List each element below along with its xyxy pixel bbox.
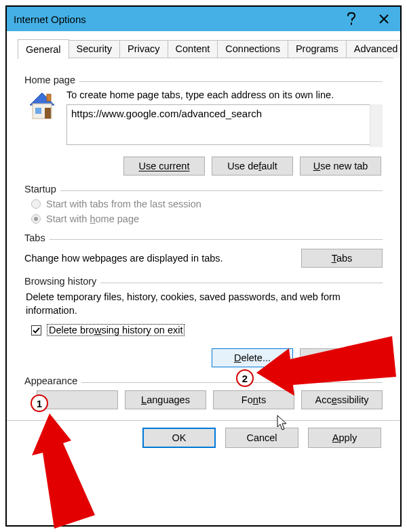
use-current-button[interactable]: Use current: [123, 157, 205, 176]
group-legend-browsing-history: Browsing history: [24, 276, 96, 287]
fonts-button[interactable]: Fonts: [213, 390, 294, 409]
colors-button[interactable]: [37, 390, 118, 409]
tab-label: Content: [176, 43, 210, 54]
tab-label: Security: [77, 43, 112, 54]
tab-programs[interactable]: Programs: [288, 40, 347, 58]
tab-label: Privacy: [128, 43, 160, 54]
home-icon: [24, 87, 60, 123]
titlebar: Internet Options: [7, 7, 400, 31]
accessibility-button[interactable]: Accessibility: [301, 390, 383, 409]
help-button[interactable]: [335, 7, 368, 31]
group-browsing-history: Browsing history Delete temporary files,…: [24, 276, 383, 367]
tabs-help-text: Change how webpages are displayed in tab…: [24, 253, 296, 264]
svg-rect-2: [45, 108, 51, 119]
button-label: Use default: [227, 161, 277, 171]
callout-number: 2: [242, 373, 248, 384]
tab-connections[interactable]: Connections: [217, 40, 288, 58]
group-tabs: Tabs Change how webpages are displayed i…: [24, 232, 383, 268]
callout-number: 1: [37, 398, 42, 409]
tabs-button[interactable]: Tabs: [301, 249, 383, 268]
scroll-up-icon[interactable]: [373, 108, 380, 115]
annotation-callout-2: 2: [236, 369, 254, 387]
button-label: Apply: [332, 432, 357, 443]
button-label: Settings: [323, 352, 358, 363]
cursor-icon: [277, 415, 289, 431]
button-label: Use current: [139, 161, 190, 171]
group-homepage: Home page To create home page tabs, type…: [24, 75, 383, 176]
group-appearance: Appearance Languages Fonts Accessibility: [24, 375, 383, 409]
delete-on-exit-label: Delete browsing history on exit: [47, 324, 185, 336]
delete-on-exit-checkbox[interactable]: [31, 325, 41, 335]
button-label: OK: [172, 432, 187, 443]
group-startup: Startup Start with tabs from the last se…: [24, 184, 383, 224]
delete-button[interactable]: Delete...: [212, 348, 293, 367]
homepage-url-input[interactable]: https://www.google.com/advanced_search: [66, 104, 383, 145]
browsing-history-help: Delete temporary files, history, cookies…: [26, 291, 381, 317]
ok-button[interactable]: OK: [142, 428, 216, 448]
svg-rect-3: [35, 108, 41, 114]
annotation-callout-1: 1: [31, 394, 48, 412]
radio-start-with-home: Start with home page: [31, 213, 383, 224]
tab-advanced[interactable]: Advanced: [346, 40, 402, 58]
button-label: Languages: [141, 394, 190, 405]
button-label: Tabs: [332, 253, 353, 264]
button-label: Accessibility: [315, 394, 369, 405]
window-title: Internet Options: [14, 14, 335, 25]
radio-icon: [31, 214, 41, 224]
tab-label: General: [26, 44, 61, 55]
tab-general[interactable]: General: [18, 39, 69, 59]
use-default-button[interactable]: Use default: [212, 157, 293, 176]
tab-label: Programs: [296, 43, 338, 54]
group-legend-homepage: Home page: [24, 75, 75, 85]
radio-label: Start with tabs from the last session: [46, 199, 201, 209]
svg-rect-4: [47, 94, 51, 101]
apply-button[interactable]: Apply: [308, 428, 381, 448]
group-legend-appearance: Appearance: [24, 375, 77, 386]
button-label: Fonts: [241, 394, 266, 405]
button-label: Delete...: [234, 352, 271, 363]
scroll-down-icon[interactable]: [373, 137, 380, 144]
tab-privacy[interactable]: Privacy: [119, 40, 168, 58]
radio-start-with-tabs: Start with tabs from the last session: [31, 199, 383, 209]
languages-button[interactable]: Languages: [125, 390, 206, 409]
button-label: Cancel: [246, 432, 277, 443]
tab-label: Connections: [225, 43, 280, 54]
close-button[interactable]: [368, 7, 400, 31]
tab-content[interactable]: Content: [168, 40, 218, 58]
button-label: Use new tab: [313, 161, 368, 171]
radio-label: Start with home page: [46, 213, 139, 224]
tab-label: Advanced: [354, 43, 398, 54]
homepage-help-text: To create home page tabs, type each addr…: [66, 89, 383, 100]
radio-icon: [31, 199, 41, 209]
use-new-tab-button[interactable]: Use new tab: [300, 157, 381, 176]
settings-button[interactable]: Settings: [300, 348, 381, 367]
group-legend-startup: Startup: [24, 184, 56, 195]
tab-strip: General Security Privacy Content Connect…: [7, 31, 400, 58]
group-legend-tabs: Tabs: [24, 232, 45, 243]
tab-security[interactable]: Security: [69, 40, 120, 58]
